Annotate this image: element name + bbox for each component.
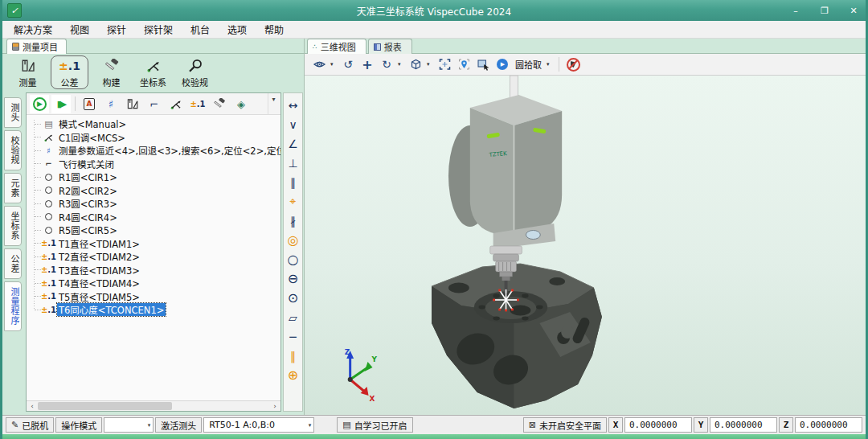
tab-measurement-project[interactable]: 测量项目 xyxy=(6,39,67,54)
scrollbar-thumb[interactable] xyxy=(38,402,172,410)
locate-button[interactable] xyxy=(456,55,472,73)
rotate-caret[interactable]: ▾ xyxy=(398,61,404,68)
circle-pick-caret[interactable]: ▾ xyxy=(547,61,553,68)
tree-row-cir3[interactable]: R3圆<CIR3> xyxy=(27,197,280,211)
step-run-button[interactable]: ▮▶ xyxy=(51,95,71,113)
fit-view-button[interactable] xyxy=(436,55,452,73)
pan-button[interactable]: + xyxy=(359,55,375,73)
side-tab-element[interactable]: 元素 xyxy=(4,173,22,203)
position-icon[interactable]: ⌖ xyxy=(285,192,301,211)
flatness-icon[interactable]: ▱ xyxy=(285,308,301,326)
orbit-button[interactable]: ↺ xyxy=(340,55,356,73)
display-mode-button[interactable] xyxy=(311,55,327,73)
angle-icon[interactable]: ∠ xyxy=(285,134,301,153)
tolerance-button[interactable]: ±.1 公差 xyxy=(51,55,88,89)
measurement-panel: 测量项目 测量 ±.1 公差 构建 坐标系 xyxy=(2,39,304,415)
circle-icon xyxy=(43,200,55,207)
runout-icon[interactable]: ⊙ xyxy=(285,289,301,307)
tolerance-icon: ±.1 xyxy=(43,252,55,261)
tree-row-tdiam2[interactable]: ±.1T2直径<TDIAM2> xyxy=(27,250,280,264)
menu-probe-rack[interactable]: 探针架 xyxy=(144,23,173,36)
window-select-icon xyxy=(477,58,490,71)
rotate-button[interactable]: ↻ xyxy=(379,55,395,73)
menu-machine[interactable]: 机台 xyxy=(190,23,210,36)
gauge-button[interactable]: 校验规 xyxy=(176,55,214,89)
scroll-left-arrow[interactable]: ‹ xyxy=(27,402,38,410)
angularity-icon[interactable]: ∦ xyxy=(285,211,301,230)
tree-row-mode[interactable]: ▤模式<Manual> xyxy=(27,117,280,131)
menu-view[interactable]: 视图 xyxy=(70,23,89,36)
coordinate-system-button[interactable]: 坐标系 xyxy=(134,55,172,89)
compass-button[interactable]: ◈ xyxy=(231,95,251,113)
minimize-button[interactable]: – xyxy=(788,6,803,16)
scroll-right-arrow[interactable]: › xyxy=(269,402,280,410)
tree-row-fly-mode[interactable]: ⌐飞行模式关闭 xyxy=(27,158,280,171)
circularity-icon[interactable]: ○ xyxy=(285,250,301,269)
tolerance-icon: ±.1 xyxy=(43,239,55,248)
probe-disable-button[interactable] xyxy=(565,55,581,73)
insert-coordinate-button[interactable] xyxy=(166,95,186,113)
side-tab-probe[interactable]: 测头 xyxy=(4,97,22,128)
tree-row-cir1[interactable]: R1圆<CIR1> xyxy=(27,170,280,184)
hammer-icon xyxy=(213,98,226,110)
side-tab-tolerance[interactable]: 公差 xyxy=(4,248,22,279)
circle-pick-label[interactable]: 圆拾取 xyxy=(515,58,542,71)
insert-tolerance-button[interactable]: ±.1 xyxy=(188,95,207,113)
total-runout-icon[interactable]: ⊕ xyxy=(285,366,301,384)
view-toolbar: ▾ ↺ + ↻ ▾ ▾ ▶ 圆拾取 ▾ xyxy=(305,54,866,76)
active-probe-select[interactable]: RT50-1 A:0,B:0 ▾ xyxy=(203,417,314,433)
measure-button[interactable]: 测量 xyxy=(9,55,47,89)
tab-3d-view[interactable]: ∴ 三维视图 xyxy=(307,39,366,54)
axis-triad: Z Y X xyxy=(345,348,378,403)
tree-row-tdiam3[interactable]: ±.1T3直径<TDIAM3> xyxy=(27,264,280,277)
symmetry-icon[interactable]: ‖ xyxy=(285,347,301,365)
tree-row-cir4[interactable]: R4圆<CIR4> xyxy=(27,211,280,224)
window-title: 天准三坐标系统 VispecCube 2024 xyxy=(2,4,866,18)
menu-probe[interactable]: 探针 xyxy=(107,23,126,36)
tree-row-tdiam5[interactable]: ±.1T5直径<TDIAM5> xyxy=(27,290,280,304)
concentricity-icon[interactable]: ◎ xyxy=(285,231,301,249)
circle-icon xyxy=(43,227,55,234)
tree-row-tconcen1[interactable]: ±.1T6同心度<TCONCEN1> xyxy=(27,303,280,317)
view-orientation-button[interactable] xyxy=(407,55,424,73)
cylindricity-icon[interactable]: ⊖ xyxy=(285,269,301,288)
tree-row-recall[interactable]: C1回调<MCS> xyxy=(27,131,280,145)
angle-between-points-icon[interactable]: ∨ xyxy=(285,115,301,133)
viewport-3d[interactable]: TZTEK xyxy=(305,76,866,415)
axes-icon xyxy=(170,98,182,110)
view-orientation-caret[interactable]: ▾ xyxy=(427,61,433,68)
tree-row-cir5[interactable]: R5圆<CIR5> xyxy=(27,224,280,237)
run-program-button[interactable]: ▶ xyxy=(30,95,49,113)
distance-icon[interactable]: ↔ xyxy=(285,96,301,114)
operation-mode-label: 操作模式 xyxy=(55,417,102,433)
perpendicularity-icon[interactable]: ⊥ xyxy=(285,154,301,172)
parameters-button[interactable]: ♯ xyxy=(101,95,121,113)
operation-mode-select[interactable]: ▾ xyxy=(104,417,154,433)
coord-z-label: Z xyxy=(779,417,793,433)
side-tab-coordinate[interactable]: 坐标系 xyxy=(4,206,22,246)
auto-label-button[interactable]: A xyxy=(80,95,99,113)
tab-report[interactable]: 报表 xyxy=(368,39,412,54)
circle-pick-button[interactable]: ▶ xyxy=(494,55,510,73)
tree-row-tdiam1[interactable]: ±.1T1直径<TDIAM1> xyxy=(27,237,280,251)
side-tab-gauge[interactable]: 校验规 xyxy=(4,130,22,170)
menu-solution[interactable]: 解决方案 xyxy=(14,23,52,36)
display-mode-caret[interactable]: ▾ xyxy=(330,61,337,68)
toolbar-overflow-button[interactable]: ▾ xyxy=(268,93,279,114)
construct-button[interactable]: 构建 xyxy=(92,55,130,89)
window-select-button[interactable] xyxy=(475,55,491,73)
measure-item-button[interactable] xyxy=(123,95,142,113)
side-tab-program[interactable]: 测量程序 xyxy=(4,281,22,331)
insert-construct-button[interactable] xyxy=(210,95,229,113)
straightness-icon[interactable]: ─ xyxy=(285,327,301,346)
record-corner-button[interactable]: ⌐ xyxy=(145,95,164,113)
menu-options[interactable]: 选项 xyxy=(227,23,247,36)
restore-button[interactable]: ❐ xyxy=(817,6,832,16)
horizontal-scrollbar[interactable]: ‹ › xyxy=(27,400,280,411)
tree-row-tdiam4[interactable]: ±.1T4直径<TDIAM4> xyxy=(27,277,280,290)
tree-row-cir2[interactable]: R2圆<CIR2> xyxy=(27,184,280,198)
menu-help[interactable]: 帮助 xyxy=(264,23,284,36)
tree-row-params[interactable]: ♯测量参数逼近<4>,回退<3>,搜索<6>,定位<2>,定位加<2>,测 xyxy=(27,144,280,158)
close-button[interactable]: ✕ xyxy=(846,6,861,16)
parallelism-icon[interactable]: ∥ xyxy=(285,173,301,191)
